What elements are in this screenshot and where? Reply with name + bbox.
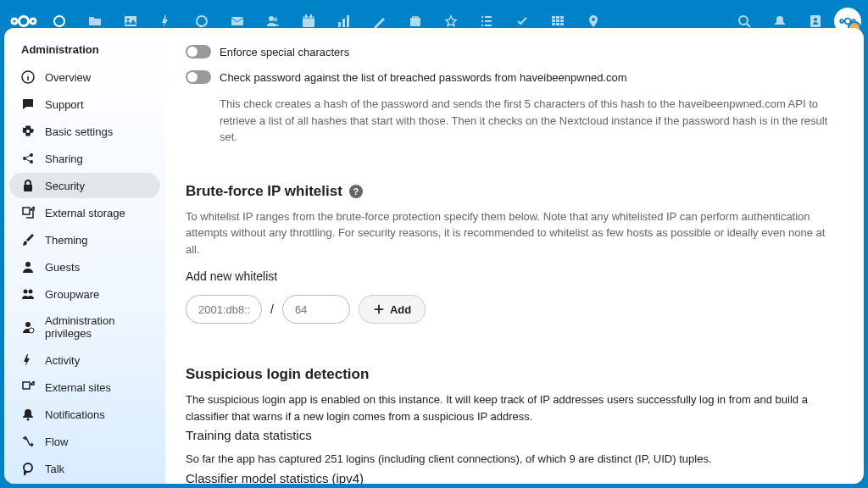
svg-rect-23	[481, 25, 483, 26]
svg-point-39	[840, 19, 843, 23]
svg-rect-22	[485, 20, 492, 22]
svg-point-1	[12, 19, 17, 24]
svg-rect-4	[125, 16, 136, 26]
svg-rect-19	[481, 16, 483, 18]
svg-rect-26	[556, 16, 559, 19]
settings-content: Enforce special characters Check passwor…	[165, 28, 864, 42]
svg-rect-13	[310, 14, 312, 18]
svg-rect-31	[552, 23, 555, 25]
svg-rect-33	[560, 23, 564, 25]
svg-point-9	[274, 18, 278, 22]
svg-rect-15	[342, 19, 345, 27]
svg-point-37	[814, 18, 817, 21]
svg-rect-16	[347, 15, 349, 27]
svg-rect-32	[556, 23, 559, 25]
svg-rect-20	[485, 16, 492, 18]
main-content: Administration Overview Support Basic se…	[4, 28, 864, 42]
svg-rect-7	[231, 17, 243, 25]
svg-rect-24	[485, 25, 492, 26]
sidebar: Administration Overview Support Basic se…	[4, 28, 165, 42]
svg-point-3	[54, 16, 64, 26]
svg-point-34	[592, 18, 595, 21]
svg-rect-12	[305, 14, 307, 18]
svg-rect-25	[552, 16, 555, 19]
svg-point-0	[19, 17, 29, 26]
svg-point-2	[31, 19, 36, 24]
svg-rect-18	[412, 16, 419, 18]
svg-point-35	[739, 16, 748, 25]
svg-point-6	[197, 16, 207, 26]
svg-rect-21	[481, 20, 483, 22]
svg-point-40	[852, 19, 855, 23]
svg-point-8	[269, 16, 274, 21]
svg-point-38	[845, 19, 851, 25]
svg-point-5	[127, 19, 130, 21]
svg-rect-29	[556, 19, 559, 22]
svg-rect-28	[552, 19, 555, 22]
svg-rect-14	[338, 22, 341, 27]
svg-rect-27	[560, 16, 564, 19]
svg-rect-11	[303, 16, 314, 19]
svg-rect-17	[410, 18, 420, 26]
svg-rect-30	[560, 19, 564, 22]
